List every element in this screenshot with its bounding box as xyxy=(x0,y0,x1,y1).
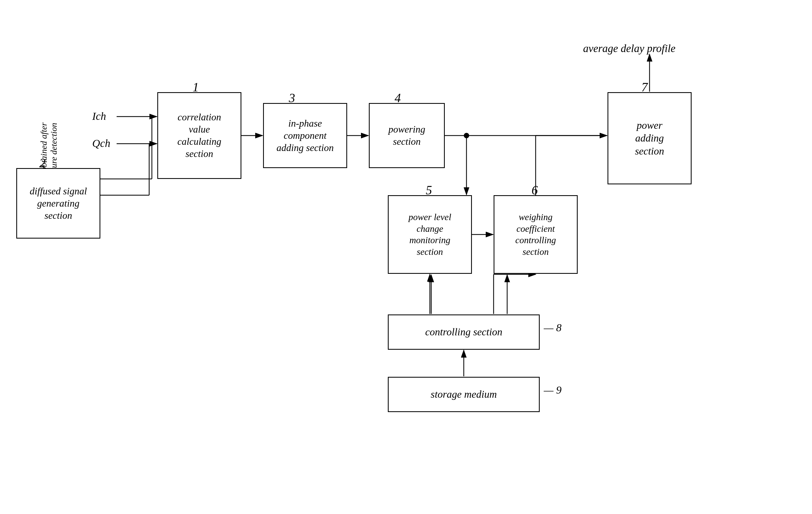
block4-number: 4 xyxy=(395,91,401,105)
block9-number: — 9 xyxy=(544,384,562,396)
block5-number: 5 xyxy=(426,183,432,198)
controlling-block: controlling section xyxy=(388,314,540,350)
avg-delay-label: average delay profile xyxy=(583,42,675,55)
block1-number: 1 xyxy=(193,80,199,94)
diagram: output obtained afterquadrature detectio… xyxy=(0,0,812,514)
diffused-block: diffused signalgeneratingsection xyxy=(16,168,100,239)
block3-number: 3 xyxy=(289,91,295,105)
weighing-block: weighingcoefficientcontrollingsection xyxy=(494,195,578,274)
powering-block: poweringsection xyxy=(369,103,445,168)
correlation-block: correlationvaluecalculatingsection xyxy=(157,92,241,179)
block2-number: 2 xyxy=(39,156,46,170)
power-adding-block: poweraddingsection xyxy=(608,92,692,184)
inphase-block: in-phasecomponentadding section xyxy=(263,103,347,168)
block6-number: 6 xyxy=(531,183,538,198)
storage-block: storage medium xyxy=(388,377,540,412)
qch-label: Qch xyxy=(92,137,110,150)
power-level-block: power levelchangemonitoringsection xyxy=(388,195,472,274)
block7-number: 7 xyxy=(641,80,648,94)
ich-label: Ich xyxy=(92,110,106,123)
block8-number: — 8 xyxy=(544,321,562,334)
